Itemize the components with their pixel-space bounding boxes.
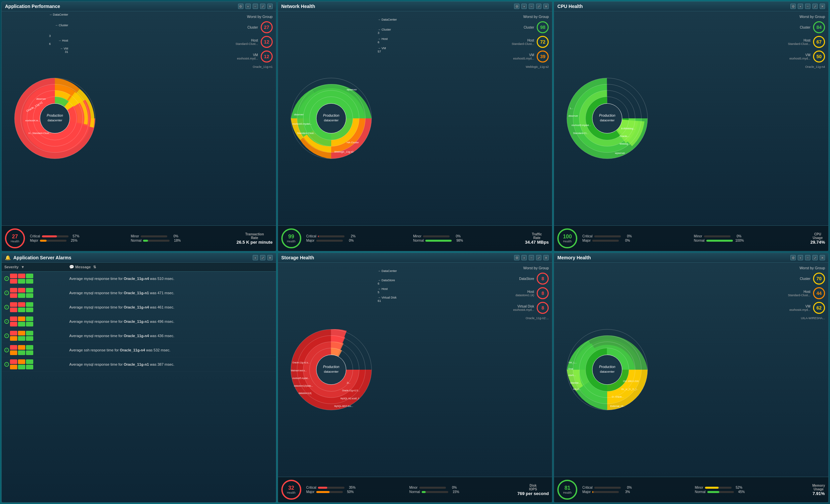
alarm-msg-cell-2: Average mysql response time for Oracle_1… — [66, 300, 276, 314]
alarm-square[interactable]: ▪ — [253, 255, 258, 260]
cpu-metric: CPUUsage 29.74% — [810, 232, 825, 245]
net-num57: 57 — [378, 50, 397, 53]
ap-normal-item: Normal 18% — [131, 239, 228, 242]
st-min[interactable]: − — [529, 255, 534, 260]
svg-point-16 — [316, 103, 346, 133]
alarm-row-6: +Average mysql response time for Oracle_… — [2, 358, 276, 372]
st-health-value: 32 — [288, 485, 294, 491]
app-perf-gear[interactable]: ⚙ — [238, 4, 244, 9]
st-square[interactable]: ▪ — [521, 255, 527, 260]
ap-critical-bar — [42, 235, 57, 237]
alarm-msg-cell-1: Average mysql response time for Oracle_1… — [66, 286, 276, 300]
alarm-row-0: +Average mysql response time for Oracle_… — [2, 272, 276, 286]
ap-num3: 3 — [49, 34, 68, 38]
svg-text:Production: Production — [599, 365, 615, 369]
svg-text:datastore1(3)dato...: datastore1(3)dato... — [294, 384, 313, 387]
net-wbg: Worst by Group Cluster 98 Host Standard-… — [489, 11, 552, 72]
ap-critical-pct: 57% — [70, 234, 79, 238]
net-gear[interactable]: ⚙ — [514, 4, 519, 9]
svg-text:datastore1(4): datastore1(4) — [298, 392, 312, 395]
alarm-col-severity[interactable]: Severity ▼ — [2, 263, 66, 272]
mem-host-entry: Host Standard-Clust... 44 — [768, 287, 825, 299]
alarm-sev-icon-1[interactable]: + — [4, 291, 9, 295]
svg-text:datacenter: datacenter — [324, 370, 339, 373]
st-close[interactable]: ✕ — [543, 255, 549, 260]
st-num61: 61 — [378, 299, 397, 303]
net-health-circle: 99 Health — [281, 228, 301, 248]
memory-stats: 81 Health Critical 0% Minor 52% — [554, 477, 828, 502]
app-perf-close[interactable]: ✕ — [267, 4, 273, 9]
alarm-row-2: +Average mysql response time for Oracle_… — [2, 300, 276, 314]
st-health-label: Health — [287, 491, 296, 494]
memory-svg: Production datacenter Virt_L... Drat esx… — [561, 323, 654, 416]
mem-gear[interactable]: ⚙ — [791, 255, 796, 260]
app-perf-vm-name2: Oracle_11g-n1 — [216, 65, 273, 68]
memory-header: Memory Health ⚙ ▪ − ⤢ ✕ — [554, 253, 828, 263]
svg-text:datacenter: datacenter — [47, 119, 62, 122]
mem-expand[interactable]: ⤢ — [812, 255, 818, 260]
cpu-expand[interactable]: ⤢ — [812, 4, 818, 9]
alarm-panel-header-inner: 🔔 Application Server Alarms — [5, 255, 71, 260]
memory-chart-area: Production datacenter Virt_L... Drat esx… — [554, 263, 828, 477]
cpu-vm-name: esxhost5.myd... — [790, 57, 810, 60]
st-gear[interactable]: ⚙ — [514, 255, 519, 260]
severity-sort-icon: ▼ — [21, 265, 25, 269]
mem-square[interactable]: ▪ — [798, 255, 803, 260]
storage-chart-area: Production datacenter Oracle-11g-n1:s...… — [278, 263, 552, 477]
net-square[interactable]: ▪ — [521, 4, 527, 9]
app-perf-expand[interactable]: ⤢ — [260, 4, 265, 9]
net-cluster-badge: 98 — [537, 21, 549, 33]
ap-minor-pct: 0% — [169, 234, 178, 238]
st-ds-label: DataStore — [519, 277, 534, 280]
ap-minor-bar-bg — [141, 235, 167, 237]
alarm-sev-icon-5[interactable]: + — [4, 348, 9, 352]
alarm-sev-icon-0[interactable]: + — [4, 276, 9, 281]
ap-num6: 6 — [49, 42, 68, 45]
alarm-sev-icon-3[interactable]: + — [4, 319, 9, 324]
alarm-expand[interactable]: ⤢ — [260, 255, 265, 260]
net-num6: 6 — [378, 40, 397, 44]
net-close[interactable]: ✕ — [543, 4, 549, 9]
cpu-close[interactable]: ✕ — [820, 4, 825, 9]
mem-wbg-title: Worst by Group — [768, 266, 825, 270]
net-minor: Minor 0% — [413, 234, 517, 238]
svg-text:8-8Weblog...: 8-8Weblog... — [621, 127, 635, 130]
alarm-sev-icon-6[interactable]: + — [4, 362, 9, 367]
app-perf-square[interactable]: ▪ — [246, 4, 251, 9]
svg-text:Production: Production — [599, 114, 615, 117]
app-perf-min[interactable]: − — [253, 4, 258, 9]
ap-cluster-label: → Cluster — [49, 24, 68, 27]
alarm-sev-icon-2[interactable]: + — [4, 305, 9, 309]
mem-vm-badge: 62 — [813, 302, 825, 314]
network-header: Network Health ⚙ ▪ − ⤢ ✕ — [278, 2, 552, 11]
cpu-host-badge: 67 — [813, 36, 825, 48]
alarm-col-message[interactable]: 💬 Message ⇅ — [66, 263, 276, 272]
alarm-sev-icon-4[interactable]: + — [4, 333, 9, 338]
net-min[interactable]: − — [529, 4, 534, 9]
net-expand[interactable]: ⤢ — [536, 4, 541, 9]
st-legend: → DataCenter → DataStore 6 → Host 5 → Vi… — [378, 269, 397, 303]
mem-close[interactable]: ✕ — [820, 255, 825, 260]
cpu-cluster-badge: 84 — [813, 21, 825, 33]
alarm-table-container[interactable]: Severity ▼ 💬 Message ⇅ +Average mysql re… — [2, 263, 276, 502]
ap-major-pct: 25% — [68, 239, 77, 242]
storage-controls: ⚙ ▪ − ⤢ ✕ — [514, 255, 549, 260]
svg-text:192.168.0.218: 192.168.0.218 — [623, 380, 639, 383]
ap-metric-value: 26.5 K per minute — [236, 240, 272, 245]
network-title: Network Health — [281, 4, 315, 9]
mem-min[interactable]: − — [805, 255, 810, 260]
cpu-min[interactable]: − — [805, 4, 810, 9]
svg-text:MySQL-N1:scsi0_0: MySQL-N1:scsi0_0 — [341, 397, 359, 400]
ap-major-bar-bg — [40, 240, 66, 242]
cpu-title: CPU Health — [557, 4, 583, 9]
cpu-square[interactable]: ▪ — [798, 4, 803, 9]
st-num6: 6 — [378, 282, 397, 285]
st-wbg: Worst by Group DataStore 8 Host datastor… — [489, 263, 552, 323]
st-major: Major 50% — [306, 490, 406, 494]
net-normal: Normal 98% — [413, 239, 517, 242]
cpu-gear[interactable]: ⚙ — [791, 4, 796, 9]
st-expand[interactable]: ⤢ — [536, 255, 541, 260]
net-vm-name: esxhost5.myd... — [513, 57, 534, 60]
alarm-close[interactable]: ✕ — [267, 255, 273, 260]
alarm-panel: 🔔 Application Server Alarms ▪ ⤢ ✕ Severi… — [1, 253, 276, 503]
